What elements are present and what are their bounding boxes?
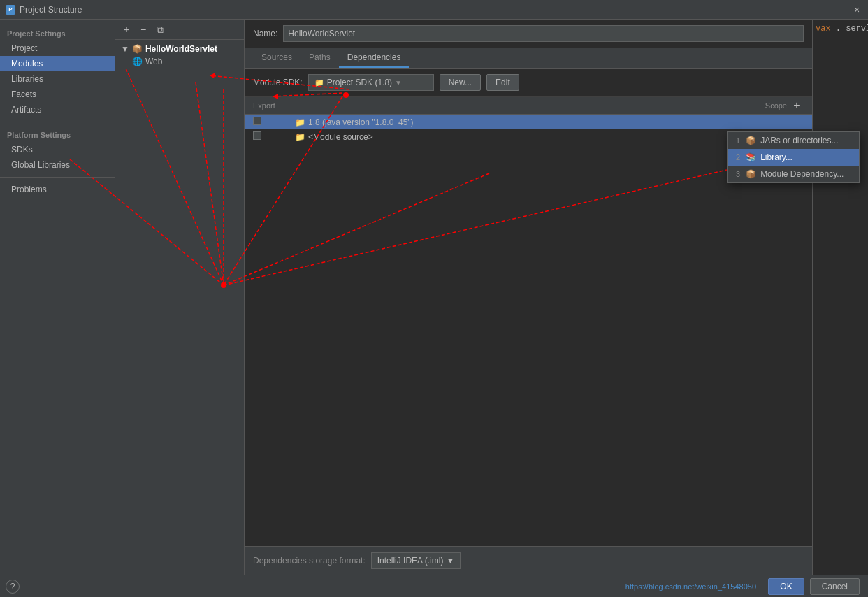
- help-button[interactable]: ?: [6, 580, 20, 594]
- menu-num-2: 2: [736, 153, 740, 161]
- tree-item-label: HelloWorldServlet: [145, 44, 217, 54]
- dep-name-jdk: 📁 1.8 (java version "1.8.0_45"): [295, 117, 748, 127]
- module-sdk-label: Module SDK:: [253, 78, 303, 87]
- context-menu-item-jars[interactable]: 1 📦 JARs or directories...: [728, 132, 859, 149]
- tree-item-web-label: Web: [145, 57, 162, 66]
- sidebar-item-libraries[interactable]: Libraries: [0, 71, 115, 87]
- code-text-servlet: . servlet. http. Ht: [836, 24, 868, 34]
- sidebar: Project Settings Project Modules Librari…: [0, 20, 115, 575]
- name-label: Name:: [253, 29, 277, 38]
- menu-library-label: Library...: [760, 152, 793, 162]
- sidebar-item-problems[interactable]: Problems: [0, 182, 115, 197]
- dep-jdk-icon: 📁: [295, 117, 305, 127]
- tree-remove-button[interactable]: −: [136, 22, 150, 36]
- menu-jars-label: JARs or directories...: [760, 136, 838, 145]
- scope-col-header: Scope: [731, 101, 787, 110]
- context-menu-item-library[interactable]: 2 📚 Library...: [728, 149, 859, 166]
- tree-add-button[interactable]: +: [120, 22, 133, 36]
- tab-paths[interactable]: Paths: [301, 48, 339, 68]
- web-icon: 🌐: [132, 57, 143, 66]
- sidebar-item-modules[interactable]: Modules: [0, 56, 115, 71]
- cancel-button[interactable]: Cancel: [810, 578, 860, 595]
- tree-item-hello-world-servlet[interactable]: ▼ 📦 HelloWorldServlet: [115, 43, 244, 55]
- storage-dropdown[interactable]: IntelliJ IDEA (.iml) ▼: [371, 552, 461, 569]
- module-icon: 📦: [132, 44, 143, 54]
- export-checkbox[interactable]: [253, 117, 261, 125]
- code-line-2: [816, 36, 865, 49]
- menu-num-3: 3: [736, 170, 740, 178]
- sdk-folder-icon: 📁: [314, 78, 324, 87]
- export-checkbox-source[interactable]: [253, 131, 261, 140]
- app-icon: P: [6, 5, 15, 15]
- window-title: Project Structure: [20, 5, 82, 15]
- storage-value: IntelliJ IDEA (.iml): [377, 556, 444, 566]
- sidebar-item-project[interactable]: Project: [0, 41, 115, 56]
- dep-source-icon: 📁: [295, 132, 305, 142]
- sidebar-item-artifacts[interactable]: Artifacts: [0, 102, 115, 117]
- edit-button[interactable]: Edit: [486, 74, 519, 91]
- sdk-dropdown[interactable]: 📁 Project SDK (1.8) ▼: [308, 74, 434, 91]
- sidebar-divider-2: [0, 177, 115, 178]
- dep-jdk-label: 1.8 (java version "1.8.0_45"): [308, 117, 414, 127]
- tab-dependencies[interactable]: Dependencies: [339, 48, 410, 68]
- storage-dropdown-arrow-icon: ▼: [446, 556, 454, 566]
- module-sdk-row: Module SDK: 📁 Project SDK (1.8) ▼ New...…: [245, 69, 812, 97]
- dep-name-module-source: 📁 <Module source>: [295, 132, 748, 142]
- sdk-value: Project SDK (1.8): [327, 78, 392, 87]
- tree-expand-icon: ▼: [121, 44, 129, 54]
- menu-module-dep-icon: 📦: [746, 169, 756, 179]
- sidebar-item-sdks[interactable]: SDKs: [0, 142, 115, 157]
- tree-toolbar: + − ⧉: [115, 20, 244, 40]
- code-panel: vax . servlet. http. Ht: [812, 20, 868, 575]
- title-bar: P Project Structure ×: [0, 0, 868, 20]
- storage-format-row: Dependencies storage format: IntelliJ ID…: [245, 546, 812, 575]
- code-line-1: vax . servlet. http. Ht: [816, 22, 865, 36]
- menu-jars-icon: 📦: [746, 136, 756, 145]
- tree-copy-button[interactable]: ⧉: [153, 22, 167, 36]
- tree-content: ▼ 📦 HelloWorldServlet 🌐 Web: [115, 40, 244, 575]
- project-settings-title: Project Settings: [0, 25, 115, 41]
- sidebar-item-facets[interactable]: Facets: [0, 87, 115, 102]
- platform-settings-title: Platform Settings: [0, 127, 115, 142]
- storage-label: Dependencies storage format:: [253, 556, 366, 566]
- context-menu-item-module-dep[interactable]: 3 📦 Module Dependency...: [728, 166, 859, 182]
- sidebar-divider: [0, 122, 115, 122]
- dep-row-jdk[interactable]: 📁 1.8 (java version "1.8.0_45"): [245, 115, 812, 129]
- add-dep-button[interactable]: +: [790, 99, 804, 113]
- sdk-dropdown-arrow-icon: ▼: [395, 79, 402, 87]
- dep-export-checkbox-jdk[interactable]: [253, 117, 295, 127]
- code-keyword-vax: vax: [816, 24, 831, 34]
- module-name-input[interactable]: [283, 25, 804, 42]
- name-row: Name:: [245, 20, 812, 48]
- dep-source-label: <Module source>: [308, 132, 373, 142]
- footer-url: https://blog.csdn.net/weixin_41548050: [625, 582, 756, 591]
- right-panel: Name: Sources Paths Dependencies Module …: [245, 20, 812, 575]
- module-tree-panel: + − ⧉ ▼ 📦 HelloWorldServlet 🌐 Web: [115, 20, 245, 575]
- tree-item-web[interactable]: 🌐 Web: [115, 55, 244, 68]
- tabs-row: Sources Paths Dependencies: [245, 48, 812, 69]
- footer: ? OK Cancel https://blog.csdn.net/weixin…: [0, 575, 868, 597]
- new-button[interactable]: New...: [440, 74, 481, 91]
- close-button[interactable]: ×: [851, 4, 862, 15]
- main-container: Project Settings Project Modules Librari…: [0, 20, 868, 575]
- export-col-header: Export: [253, 101, 295, 110]
- ok-button[interactable]: OK: [768, 578, 804, 595]
- context-menu: 1 📦 JARs or directories... 2 📚 Library..…: [727, 131, 860, 183]
- deps-header: Export Scope +: [245, 97, 812, 115]
- menu-num-1: 1: [736, 136, 740, 145]
- dep-export-checkbox-source[interactable]: [253, 131, 295, 142]
- sidebar-item-global-libraries[interactable]: Global Libraries: [0, 157, 115, 173]
- tab-sources[interactable]: Sources: [253, 48, 301, 68]
- menu-library-icon: 📚: [746, 152, 756, 162]
- menu-module-dep-label: Module Dependency...: [760, 169, 844, 179]
